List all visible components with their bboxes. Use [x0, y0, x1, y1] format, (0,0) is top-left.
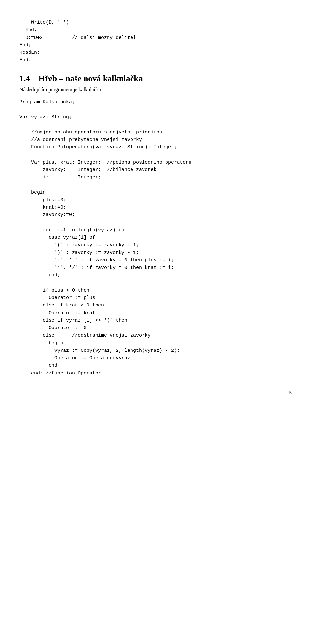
top-code-block: Write(D, ' ') End; D:=D+2 // dalsi mozny…	[19, 19, 292, 64]
section-intro: Následujícím programem je kalkulačka.	[19, 87, 292, 93]
section-heading: 1.4 Hřeb – naše nová kalkulačka	[19, 74, 292, 84]
page-number: 5	[19, 390, 292, 396]
section-title: Hřeb – naše nová kalkulačka	[39, 74, 143, 83]
main-code-block: Program Kalkulacka; Var vyraz: String; /…	[19, 98, 292, 377]
section-number: 1.4	[19, 74, 30, 83]
